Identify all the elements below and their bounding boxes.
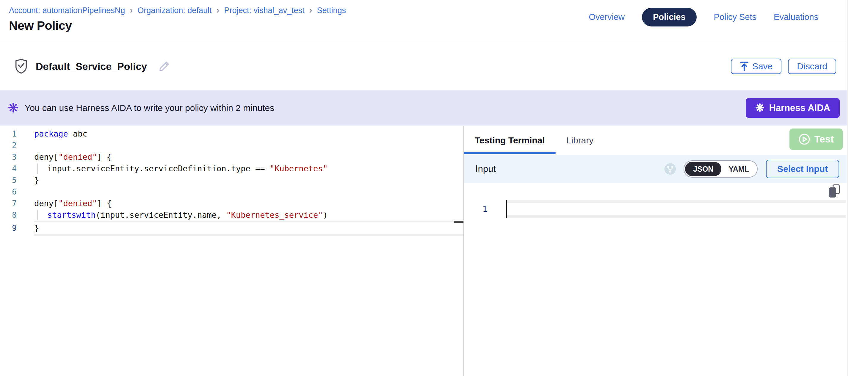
line-content: package abc: [34, 128, 463, 139]
line-number: 7: [0, 199, 17, 208]
line-number: 9: [0, 224, 17, 232]
code-segment-plain: (input.serviceEntity.name,: [96, 210, 226, 220]
policy-name: Default_Service_Policy: [36, 61, 147, 72]
code-segment-plain: abc: [68, 129, 88, 138]
breadcrumb-separator: ›: [216, 6, 219, 14]
code-segment-plain: ] {: [97, 199, 112, 208]
discard-button[interactable]: Discard: [788, 59, 836, 74]
input-label: Input: [475, 164, 496, 174]
input-editor-topbar: [464, 183, 847, 200]
code-line[interactable]: 5}: [0, 174, 463, 186]
code-segment-string: "denied": [58, 199, 97, 208]
shield-check-icon: [14, 59, 28, 74]
input-editor-gutter: 1: [464, 200, 506, 218]
code-segment-string: "denied": [58, 152, 97, 161]
breadcrumb-separator: ›: [130, 6, 133, 14]
copy-icon[interactable]: [829, 184, 842, 198]
code-line[interactable]: 2: [0, 139, 463, 151]
code-segment-plain: }: [34, 223, 39, 232]
test-button-label: Test: [814, 133, 834, 145]
line-content: }: [34, 221, 463, 236]
breadcrumb-link[interactable]: Project: vishal_av_test: [224, 6, 304, 15]
code-segment-plain: ] {: [97, 152, 112, 161]
terminal-tabs: Testing Terminal Library Test: [464, 126, 847, 155]
breadcrumb-separator: ›: [309, 6, 312, 14]
rego-editor-lines: 1package abc23deny["denied"] {4input.ser…: [0, 128, 463, 236]
code-segment-keyword: package: [34, 129, 68, 138]
code-segment-plain: input.serviceEntity.serviceDefinition.ty…: [47, 164, 270, 173]
code-line[interactable]: 8startswith(input.serviceEntity.name, "K…: [0, 209, 463, 221]
aida-button-flower-icon: ❋: [755, 103, 764, 113]
tab-library[interactable]: Library: [556, 126, 604, 155]
line-number: 1: [0, 129, 17, 138]
save-label: Save: [752, 61, 773, 71]
line-number: 5: [0, 176, 17, 185]
code-line[interactable]: 1package abc: [0, 128, 463, 139]
line-content: [34, 186, 463, 197]
tab-library-label: Library: [566, 135, 594, 146]
rego-code-editor[interactable]: 1package abc23deny["denied"] {4input.ser…: [0, 126, 464, 376]
copy-icon-front: [829, 187, 836, 197]
line-content: [34, 139, 463, 151]
code-segment-plain: ): [323, 210, 328, 220]
code-line[interactable]: 3deny["denied"] {: [0, 151, 463, 163]
line-number: 6: [0, 187, 17, 196]
play-icon: [798, 133, 810, 145]
main-content: Account: automationPipelinesNg›Organizat…: [0, 0, 847, 376]
active-line-top-border: [506, 200, 846, 203]
header-tab-policy-sets[interactable]: Policy Sets: [714, 12, 756, 22]
code-line[interactable]: 6: [0, 186, 463, 197]
code-segment-plain: deny[: [34, 199, 58, 208]
policy-page: Account: automationPipelinesNg›Organizat…: [0, 0, 868, 376]
input-section-header: Input JSONYAML Select Input: [464, 155, 847, 183]
code-segment-plain: }: [34, 176, 39, 185]
line-content: startswith(input.serviceEntity.name, "Ku…: [34, 209, 463, 221]
code-segment-keyword: startswith: [47, 210, 96, 220]
discard-label: Discard: [797, 61, 827, 71]
breadcrumb-link[interactable]: Organization: default: [137, 6, 212, 15]
harness-aida-button[interactable]: ❋ Harness AIDA: [746, 98, 840, 118]
line-number: 8: [0, 211, 17, 220]
line-content: deny["denied"] {: [34, 197, 463, 209]
code-segment-string: "Kubernetes": [270, 164, 328, 173]
format-option-json[interactable]: JSON: [685, 162, 721, 176]
upload-icon: [740, 61, 749, 71]
aida-button-label: Harness AIDA: [769, 103, 830, 113]
testing-terminal-pane: Testing Terminal Library Test Input: [464, 126, 847, 376]
select-input-button[interactable]: Select Input: [766, 160, 839, 178]
header-tab-overview[interactable]: Overview: [589, 12, 625, 22]
header-tab-policies[interactable]: Policies: [642, 8, 697, 27]
breadcrumb-link[interactable]: Settings: [317, 6, 346, 15]
input-editor-line-content[interactable]: [506, 203, 846, 215]
save-button[interactable]: Save: [731, 59, 781, 74]
horizontal-scrollbar-thumb[interactable]: [454, 221, 463, 223]
input-editor-active-line[interactable]: [506, 200, 846, 218]
line-number: 2: [0, 141, 17, 150]
header-tabs: OverviewPoliciesPolicy SetsEvaluations: [589, 8, 818, 27]
tab-testing-terminal-label: Testing Terminal: [475, 135, 545, 146]
workspace: 1package abc23deny["denied"] {4input.ser…: [0, 126, 847, 376]
policy-toolbar: Default_Service_Policy Save Discard: [0, 42, 847, 90]
aida-banner: ❋ You can use Harness AIDA to write your…: [0, 90, 847, 126]
line-number: 3: [0, 153, 17, 161]
input-line-number: 1: [464, 205, 487, 214]
format-toggle: JSONYAML: [684, 160, 757, 178]
aida-flower-icon: ❋: [8, 101, 19, 115]
line-content: }: [34, 174, 463, 186]
fork-icon[interactable]: [664, 163, 676, 175]
input-editor[interactable]: 1: [464, 200, 847, 218]
line-content: deny["denied"] {: [34, 151, 463, 163]
code-line[interactable]: 9}: [0, 221, 463, 236]
tab-testing-terminal[interactable]: Testing Terminal: [464, 126, 556, 155]
code-line[interactable]: 4input.serviceEntity.serviceDefinition.t…: [0, 163, 463, 174]
page-header: Account: automationPipelinesNg›Organizat…: [0, 0, 847, 42]
edit-pencil-icon[interactable]: [158, 60, 170, 72]
aida-banner-message: You can use Harness AIDA to write your p…: [25, 103, 746, 113]
breadcrumb-link[interactable]: Account: automationPipelinesNg: [9, 6, 125, 15]
code-segment-plain: deny[: [34, 152, 58, 161]
test-button[interactable]: Test: [789, 128, 843, 150]
code-line[interactable]: 7deny["denied"] {: [0, 197, 463, 209]
header-tab-evaluations[interactable]: Evaluations: [774, 12, 818, 22]
format-option-yaml[interactable]: YAML: [721, 162, 756, 176]
text-cursor: [506, 200, 507, 218]
